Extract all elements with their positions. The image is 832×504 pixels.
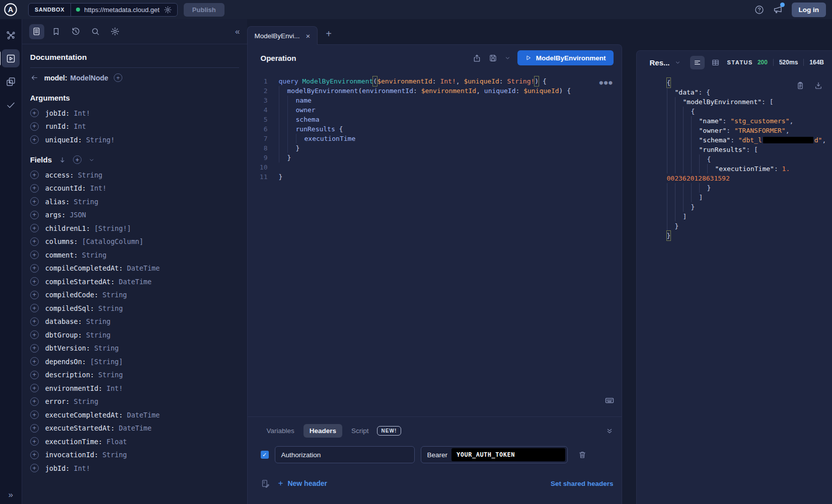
doc-field-row[interactable]: +compileCompletedAt: DateTime: [30, 264, 239, 273]
documentation-tab-icon[interactable]: [29, 24, 44, 39]
doc-field-row[interactable]: +invocationId: String: [30, 451, 239, 459]
set-shared-headers-link[interactable]: Set shared headers: [551, 480, 614, 487]
rail-checklist-item[interactable]: [2, 96, 20, 114]
download-response-icon[interactable]: [814, 81, 823, 90]
settings-tab-headers[interactable]: Headers: [304, 424, 342, 438]
doc-field-row[interactable]: +childrenL1: [String!]: [30, 224, 239, 232]
editor-overflow-icon[interactable]: ●●●: [599, 79, 614, 86]
run-operation-button[interactable]: ModelByEnvironment: [517, 50, 614, 65]
search-icon[interactable]: [88, 24, 103, 39]
breadcrumb-type[interactable]: ModelNode: [70, 74, 108, 82]
collapse-panel-icon[interactable]: «: [235, 27, 240, 37]
back-arrow-icon[interactable]: [30, 73, 39, 82]
settings-gear-icon[interactable]: [108, 24, 123, 39]
doc-field-row[interactable]: +uniqueId: String!: [30, 135, 239, 144]
add-field-icon[interactable]: +: [30, 224, 39, 232]
save-caret-icon[interactable]: [504, 55, 511, 61]
endpoint-settings-icon[interactable]: [164, 6, 172, 14]
new-tab-button[interactable]: +: [326, 28, 332, 40]
share-icon[interactable]: [472, 53, 482, 63]
add-field-icon[interactable]: +: [30, 451, 39, 459]
doc-field-row[interactable]: +dependsOn: [String]: [30, 357, 239, 366]
add-field-icon[interactable]: +: [30, 371, 39, 379]
add-field-icon[interactable]: +: [30, 357, 39, 366]
new-header-button[interactable]: + New header: [278, 478, 328, 488]
save-icon[interactable]: [488, 53, 498, 63]
add-field-icon[interactable]: +: [30, 184, 39, 193]
doc-field-row[interactable]: +dbtVersion: String: [30, 344, 239, 353]
doc-field-row[interactable]: +comment: String: [30, 250, 239, 259]
settings-tab-script[interactable]: Script: [345, 424, 375, 438]
doc-field-row[interactable]: +environmentId: Int!: [30, 384, 239, 392]
sort-fields-icon[interactable]: [58, 156, 66, 164]
apollo-logo-icon[interactable]: A: [3, 2, 18, 17]
doc-field-row[interactable]: +alias: String: [30, 197, 239, 206]
response-caret-icon[interactable]: [674, 59, 681, 66]
doc-field-row[interactable]: +accountId: Int!: [30, 184, 239, 193]
doc-field-row[interactable]: +description: String: [30, 371, 239, 379]
doc-field-row[interactable]: +error: String: [30, 397, 239, 406]
history-icon[interactable]: [68, 24, 84, 39]
formatted-view-icon[interactable]: [690, 56, 705, 69]
add-field-icon[interactable]: +: [30, 237, 39, 246]
add-field-icon[interactable]: +: [30, 410, 39, 419]
add-field-icon[interactable]: +: [30, 344, 39, 353]
copy-response-icon[interactable]: [796, 81, 805, 90]
doc-field-row[interactable]: +jobId: Int!: [30, 464, 239, 472]
doc-field-row[interactable]: +jobId: Int!: [30, 109, 239, 117]
doc-field-row[interactable]: +compiledSql: String: [30, 304, 239, 312]
add-field-icon[interactable]: +: [30, 330, 39, 339]
help-icon[interactable]: [754, 5, 765, 15]
doc-field-row[interactable]: +executeStartedAt: DateTime: [30, 424, 239, 433]
add-field-icon[interactable]: +: [30, 197, 39, 206]
doc-field-row[interactable]: +runId: Int: [30, 122, 239, 131]
add-type-icon[interactable]: +: [114, 73, 122, 82]
doc-field-row[interactable]: +executeCompletedAt: DateTime: [30, 410, 239, 419]
add-field-icon[interactable]: +: [30, 264, 39, 273]
add-field-icon[interactable]: +: [30, 250, 39, 259]
table-view-icon[interactable]: [708, 56, 723, 69]
announcements-icon[interactable]: [773, 4, 784, 15]
add-field-icon[interactable]: +: [30, 109, 39, 117]
environment-edit-icon[interactable]: [261, 479, 270, 488]
login-button[interactable]: Log in: [792, 3, 826, 17]
add-field-icon[interactable]: +: [30, 211, 39, 219]
doc-field-row[interactable]: +executionTime: Float: [30, 437, 239, 446]
add-field-icon[interactable]: +: [30, 277, 39, 286]
header-enabled-checkbox[interactable]: ✓: [261, 451, 269, 459]
doc-field-row[interactable]: +compileStartedAt: DateTime: [30, 277, 239, 286]
expand-rail-icon[interactable]: »: [9, 490, 13, 500]
doc-field-row[interactable]: +dbtGroup: String: [30, 330, 239, 339]
add-field-icon[interactable]: +: [30, 437, 39, 446]
publish-button[interactable]: Publish: [184, 3, 224, 17]
add-field-icon[interactable]: +: [30, 122, 39, 131]
delete-header-icon[interactable]: [578, 450, 587, 459]
header-value-input[interactable]: Bearer YOUR_AUTH_TOKEN: [421, 446, 568, 463]
add-field-icon[interactable]: +: [30, 464, 39, 472]
fields-chevron-icon[interactable]: [88, 156, 95, 163]
rail-schema-item[interactable]: [2, 26, 20, 44]
endpoint-url-input[interactable]: https://metadata.cloud.get: [71, 6, 177, 14]
rail-collections-item[interactable]: [2, 72, 20, 91]
doc-field-row[interactable]: +compiledCode: String: [30, 291, 239, 299]
doc-field-row[interactable]: +columns: [CatalogColumn]: [30, 237, 239, 246]
add-field-icon[interactable]: +: [30, 317, 39, 326]
settings-tab-variables[interactable]: Variables: [261, 424, 300, 438]
add-field-icon[interactable]: +: [30, 424, 39, 433]
close-tab-icon[interactable]: ×: [306, 32, 311, 40]
add-field-icon[interactable]: +: [30, 135, 39, 144]
auth-token-value[interactable]: YOUR_AUTH_TOKEN: [451, 448, 565, 461]
doc-field-row[interactable]: +database: String: [30, 317, 239, 326]
header-key-input[interactable]: Authorization: [275, 446, 415, 463]
add-field-icon[interactable]: +: [30, 291, 39, 299]
add-field-icon[interactable]: +: [30, 384, 39, 392]
add-field-icon[interactable]: +: [30, 397, 39, 406]
bookmark-icon[interactable]: [49, 24, 64, 39]
keyboard-shortcuts-icon[interactable]: [604, 395, 615, 405]
query-editor[interactable]: ●●● 1query ModelByEnvironment($environme…: [248, 71, 622, 416]
doc-field-row[interactable]: +access: String: [30, 171, 239, 179]
add-all-fields-icon[interactable]: +: [73, 155, 82, 164]
add-field-icon[interactable]: +: [30, 304, 39, 312]
rail-explorer-item[interactable]: [2, 49, 20, 67]
add-field-icon[interactable]: +: [30, 171, 39, 179]
